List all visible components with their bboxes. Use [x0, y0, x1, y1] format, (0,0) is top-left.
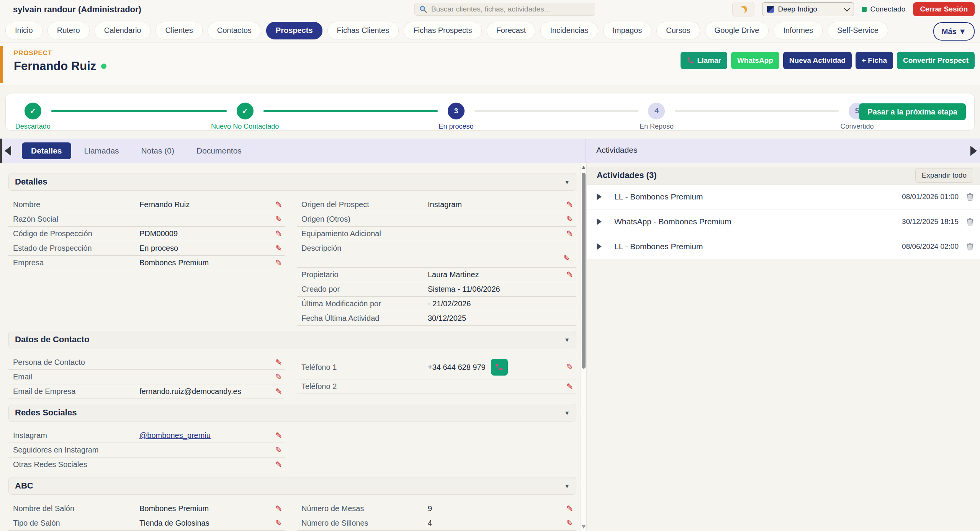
- trash-icon[interactable]: [966, 242, 974, 251]
- field-label: Fecha Última Actividad: [301, 314, 428, 323]
- edit-pencil-icon[interactable]: ✎: [275, 244, 285, 253]
- scrollbar-thumb[interactable]: [582, 173, 586, 369]
- nav-tab[interactable]: Impagos: [603, 22, 652, 39]
- activity-row[interactable]: WhatsApp - Bombones Premium 30/12/2025 1…: [587, 209, 980, 234]
- prospect-header: PROSPECT Fernando Ruiz Llamar WhatsApp N…: [0, 43, 980, 85]
- field-list-redes-right: [297, 428, 576, 472]
- nav-tab[interactable]: Calendario: [95, 22, 151, 39]
- nav-tab[interactable]: Inicio: [5, 22, 43, 39]
- edit-pencil-icon[interactable]: ✎: [275, 446, 285, 454]
- trash-icon[interactable]: [966, 193, 974, 201]
- edit-pencil-icon[interactable]: ✎: [275, 215, 285, 224]
- edit-pencil-icon[interactable]: ✎: [275, 461, 285, 469]
- section-title: Datos de Contacto: [15, 335, 89, 345]
- edit-pencil-icon[interactable]: ✎: [275, 519, 285, 528]
- edit-pencil-icon[interactable]: ✎: [275, 230, 285, 238]
- trash-icon[interactable]: [966, 217, 974, 226]
- edit-pencil-icon[interactable]: ✎: [566, 519, 576, 528]
- next-stage-button[interactable]: Pasar a la próxima etapa: [859, 103, 966, 120]
- dark-mode-button[interactable]: [732, 2, 754, 16]
- edit-pencil-icon[interactable]: ✎: [275, 373, 285, 381]
- nav-tab[interactable]: Informes: [774, 22, 823, 39]
- detail-tab[interactable]: Documentos: [187, 142, 251, 159]
- new-ficha-button[interactable]: + Ficha: [856, 52, 893, 69]
- nav-tab[interactable]: Google Drive: [705, 22, 769, 39]
- section-detalles: Detalles ▼ Nombre Fernando Ruiz ✎ Razón …: [8, 173, 581, 326]
- section-header-contacto[interactable]: Datos de Contacto ▼: [8, 331, 576, 348]
- edit-pencil-icon[interactable]: ✎: [566, 215, 576, 224]
- play-expand-icon[interactable]: [597, 243, 607, 250]
- edit-pencil-icon[interactable]: ✎: [566, 230, 576, 238]
- edit-pencil-icon[interactable]: ✎: [566, 271, 576, 279]
- edit-pencil-icon[interactable]: ✎: [566, 382, 576, 391]
- current-user-label: sylvain randour (Administrador): [13, 5, 141, 15]
- field-value: fernando.ruiz@democandy.es: [139, 387, 241, 396]
- edit-pencil-icon[interactable]: ✎: [275, 358, 285, 367]
- section-header-detalles[interactable]: Detalles ▼: [8, 173, 576, 191]
- nav-tab[interactable]: Fichas Clientes: [327, 22, 399, 39]
- play-expand-icon[interactable]: [597, 193, 607, 200]
- edit-pencil-icon[interactable]: ✎: [566, 201, 576, 209]
- edit-pencil-icon[interactable]: ✎: [275, 201, 285, 209]
- edit-pencil-icon[interactable]: ✎: [566, 363, 576, 371]
- connection-status: Conectado: [862, 5, 905, 13]
- search-icon: [419, 5, 427, 13]
- nav-tab[interactable]: Forecast: [487, 22, 536, 39]
- edit-pencil-icon[interactable]: ✎: [275, 505, 285, 513]
- activities-panel-title: Actividades: [596, 145, 637, 155]
- detail-tab[interactable]: Detalles: [22, 142, 71, 159]
- status-dot: [862, 7, 867, 12]
- scroll-down-icon[interactable]: [582, 525, 586, 529]
- stepper-step[interactable]: 4 En Reposo: [648, 103, 665, 119]
- logout-button[interactable]: Cerrar Sesión: [913, 2, 975, 16]
- field-row: Fecha Última Actividad 30/12/2025: [297, 311, 576, 326]
- stepper-step[interactable]: ✓ Nuevo No Contactado: [237, 103, 254, 119]
- convert-prospect-button[interactable]: Convertir Prospect: [897, 52, 975, 69]
- nav-tab[interactable]: Cursos: [656, 22, 700, 39]
- section-header-redes[interactable]: Redes Sociales ▼: [8, 404, 576, 422]
- activity-row[interactable]: LL - Bombones Premium 08/01/2026 01:00: [587, 185, 980, 209]
- collapse-left-arrow-icon[interactable]: [5, 146, 11, 156]
- detail-tab[interactable]: Notas (0): [132, 142, 183, 159]
- global-search[interactable]: [414, 3, 595, 16]
- nav-tab[interactable]: Clientes: [155, 22, 202, 39]
- field-label: Persona de Contacto: [13, 358, 139, 367]
- nav-tab[interactable]: Rutero: [47, 22, 90, 39]
- more-menu-button[interactable]: Más ▼: [933, 22, 975, 41]
- edit-pencil-icon[interactable]: ✎: [566, 505, 576, 513]
- nav-tab[interactable]: Contactos: [208, 22, 261, 39]
- nav-tab[interactable]: Incidencias: [540, 22, 598, 39]
- activity-row[interactable]: LL - Bombones Premium 08/06/2024 02:00: [587, 234, 980, 259]
- scroll-up-icon[interactable]: [582, 166, 586, 169]
- edit-pencil-icon[interactable]: ✎: [275, 431, 285, 440]
- nav-tab[interactable]: Self-Service: [828, 22, 888, 39]
- field-row: Origen (Otros) ✎: [297, 212, 576, 227]
- field-row: Instagram @bombones_premiu ✎: [8, 428, 285, 443]
- edit-pencil-icon[interactable]: ✎: [275, 387, 285, 396]
- call-button[interactable]: Llamar: [681, 52, 727, 69]
- section-header-abc[interactable]: ABC ▼: [8, 477, 576, 495]
- search-input[interactable]: [430, 5, 590, 14]
- activities-header: Actividades (3) Expandir todo: [587, 167, 980, 185]
- theme-select[interactable]: Deep Indigo: [762, 2, 854, 16]
- expand-right-arrow-icon[interactable]: [970, 146, 977, 156]
- nav-tab[interactable]: Fichas Prospects: [404, 22, 481, 39]
- edit-pencil-icon[interactable]: ✎: [275, 259, 285, 267]
- expand-all-button[interactable]: Expandir todo: [915, 168, 973, 183]
- stepper-step[interactable]: 3 En proceso: [448, 103, 465, 119]
- whatsapp-button[interactable]: WhatsApp: [731, 52, 779, 69]
- theme-name: Deep Indigo: [778, 5, 817, 13]
- field-label: Razón Social: [13, 215, 139, 224]
- new-activity-button[interactable]: Nueva Actividad: [783, 52, 852, 69]
- collapse-caret-icon: ▼: [564, 179, 570, 185]
- play-expand-icon[interactable]: [597, 218, 607, 225]
- vertical-scrollbar[interactable]: [581, 163, 587, 531]
- stepper-step[interactable]: ✓ Descartado: [25, 103, 41, 119]
- nav-tab[interactable]: Prospects: [266, 22, 322, 39]
- call-phone-button[interactable]: [491, 359, 508, 376]
- collapse-caret-icon: ▼: [564, 410, 570, 416]
- edit-pencil-icon[interactable]: ✎: [563, 254, 573, 263]
- step-label: En Reposo: [640, 123, 674, 131]
- detail-tab[interactable]: Llamadas: [75, 142, 128, 159]
- field-row: Email ✎: [8, 370, 285, 384]
